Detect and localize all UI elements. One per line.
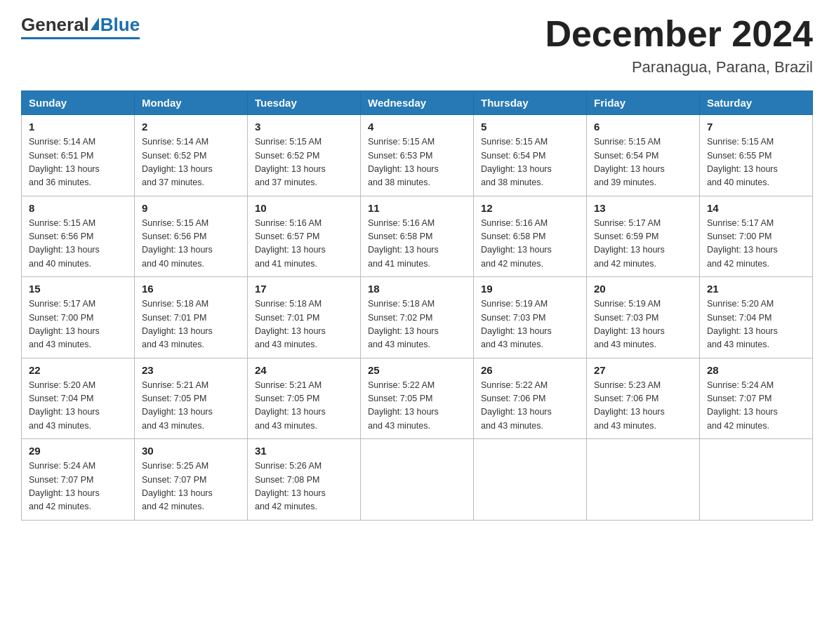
day-cell <box>587 439 700 521</box>
day-cell: 20Sunrise: 5:19 AMSunset: 7:03 PMDayligh… <box>587 277 700 358</box>
day-info: Sunrise: 5:15 AMSunset: 6:54 PMDaylight:… <box>481 135 579 190</box>
day-number: 24 <box>255 364 353 376</box>
day-number: 20 <box>594 283 692 295</box>
day-info: Sunrise: 5:15 AMSunset: 6:53 PMDaylight:… <box>368 135 466 190</box>
day-cell: 15Sunrise: 5:17 AMSunset: 7:00 PMDayligh… <box>22 277 135 358</box>
day-cell: 3Sunrise: 5:15 AMSunset: 6:52 PMDaylight… <box>248 115 361 196</box>
logo-text: General Blue <box>21 14 140 36</box>
day-cell: 8Sunrise: 5:15 AMSunset: 6:56 PMDaylight… <box>22 196 135 277</box>
day-info: Sunrise: 5:17 AMSunset: 7:00 PMDaylight:… <box>707 217 805 271</box>
day-cell: 30Sunrise: 5:25 AMSunset: 7:07 PMDayligh… <box>135 439 248 521</box>
day-cell: 5Sunrise: 5:15 AMSunset: 6:54 PMDaylight… <box>474 115 587 196</box>
day-number: 2 <box>142 121 240 133</box>
day-number: 5 <box>481 121 579 133</box>
day-number: 18 <box>368 283 466 295</box>
day-info: Sunrise: 5:22 AMSunset: 7:05 PMDaylight:… <box>368 379 466 434</box>
day-cell: 2Sunrise: 5:14 AMSunset: 6:52 PMDaylight… <box>135 115 248 196</box>
day-cell: 25Sunrise: 5:22 AMSunset: 7:05 PMDayligh… <box>361 358 474 439</box>
logo-blue: Blue <box>100 14 140 36</box>
day-cell: 7Sunrise: 5:15 AMSunset: 6:55 PMDaylight… <box>700 115 813 196</box>
header-tuesday: Tuesday <box>248 91 361 115</box>
day-number: 15 <box>29 283 127 295</box>
day-info: Sunrise: 5:17 AMSunset: 6:59 PMDaylight:… <box>594 217 692 271</box>
header-wednesday: Wednesday <box>361 91 474 115</box>
day-cell: 31Sunrise: 5:26 AMSunset: 7:08 PMDayligh… <box>248 439 361 521</box>
week-row-1: 1Sunrise: 5:14 AMSunset: 6:51 PMDaylight… <box>22 115 813 196</box>
day-cell <box>474 439 587 521</box>
header-saturday: Saturday <box>700 91 813 115</box>
day-cell: 4Sunrise: 5:15 AMSunset: 6:53 PMDaylight… <box>361 115 474 196</box>
day-cell: 10Sunrise: 5:16 AMSunset: 6:57 PMDayligh… <box>248 196 361 277</box>
day-cell: 29Sunrise: 5:24 AMSunset: 7:07 PMDayligh… <box>22 439 135 521</box>
day-cell: 13Sunrise: 5:17 AMSunset: 6:59 PMDayligh… <box>587 196 700 277</box>
day-number: 17 <box>255 283 353 295</box>
day-cell: 21Sunrise: 5:20 AMSunset: 7:04 PMDayligh… <box>700 277 813 358</box>
day-number: 12 <box>481 202 579 214</box>
day-info: Sunrise: 5:18 AMSunset: 7:01 PMDaylight:… <box>255 297 353 352</box>
day-number: 4 <box>368 121 466 133</box>
day-number: 21 <box>707 283 805 295</box>
day-info: Sunrise: 5:20 AMSunset: 7:04 PMDaylight:… <box>29 379 127 434</box>
day-number: 28 <box>707 364 805 376</box>
day-cell: 23Sunrise: 5:21 AMSunset: 7:05 PMDayligh… <box>135 358 248 439</box>
calendar-header-row: SundayMondayTuesdayWednesdayThursdayFrid… <box>22 91 813 115</box>
day-cell <box>361 439 474 521</box>
day-info: Sunrise: 5:16 AMSunset: 6:58 PMDaylight:… <box>368 217 466 271</box>
day-info: Sunrise: 5:15 AMSunset: 6:52 PMDaylight:… <box>255 135 353 190</box>
page-header: General Blue December 2024 Paranagua, Pa… <box>21 14 813 76</box>
day-info: Sunrise: 5:14 AMSunset: 6:52 PMDaylight:… <box>142 135 240 190</box>
day-number: 11 <box>368 202 466 214</box>
day-number: 10 <box>255 202 353 214</box>
day-info: Sunrise: 5:18 AMSunset: 7:01 PMDaylight:… <box>142 297 240 352</box>
day-cell: 17Sunrise: 5:18 AMSunset: 7:01 PMDayligh… <box>248 277 361 358</box>
day-number: 13 <box>594 202 692 214</box>
day-info: Sunrise: 5:24 AMSunset: 7:07 PMDaylight:… <box>707 379 805 434</box>
day-number: 26 <box>481 364 579 376</box>
day-cell: 27Sunrise: 5:23 AMSunset: 7:06 PMDayligh… <box>587 358 700 439</box>
logo: General Blue <box>21 14 140 39</box>
day-info: Sunrise: 5:16 AMSunset: 6:57 PMDaylight:… <box>255 217 353 271</box>
day-number: 6 <box>594 121 692 133</box>
day-cell: 12Sunrise: 5:16 AMSunset: 6:58 PMDayligh… <box>474 196 587 277</box>
day-cell: 1Sunrise: 5:14 AMSunset: 6:51 PMDaylight… <box>22 115 135 196</box>
day-info: Sunrise: 5:15 AMSunset: 6:54 PMDaylight:… <box>594 135 692 190</box>
header-monday: Monday <box>135 91 248 115</box>
day-info: Sunrise: 5:23 AMSunset: 7:06 PMDaylight:… <box>594 379 692 434</box>
day-info: Sunrise: 5:26 AMSunset: 7:08 PMDaylight:… <box>255 459 353 514</box>
day-number: 9 <box>142 202 240 214</box>
day-cell: 28Sunrise: 5:24 AMSunset: 7:07 PMDayligh… <box>700 358 813 439</box>
day-info: Sunrise: 5:15 AMSunset: 6:56 PMDaylight:… <box>142 217 240 271</box>
day-info: Sunrise: 5:19 AMSunset: 7:03 PMDaylight:… <box>594 297 692 352</box>
day-cell: 19Sunrise: 5:19 AMSunset: 7:03 PMDayligh… <box>474 277 587 358</box>
day-info: Sunrise: 5:17 AMSunset: 7:00 PMDaylight:… <box>29 297 127 352</box>
day-number: 8 <box>29 202 127 214</box>
day-number: 29 <box>29 445 127 457</box>
day-number: 25 <box>368 364 466 376</box>
logo-general: General <box>21 14 89 36</box>
week-row-2: 8Sunrise: 5:15 AMSunset: 6:56 PMDaylight… <box>22 196 813 277</box>
day-number: 22 <box>29 364 127 376</box>
calendar-table: SundayMondayTuesdayWednesdayThursdayFrid… <box>21 90 813 521</box>
day-info: Sunrise: 5:19 AMSunset: 7:03 PMDaylight:… <box>481 297 579 352</box>
header-friday: Friday <box>587 91 700 115</box>
day-info: Sunrise: 5:22 AMSunset: 7:06 PMDaylight:… <box>481 379 579 434</box>
day-number: 30 <box>142 445 240 457</box>
day-cell: 14Sunrise: 5:17 AMSunset: 7:00 PMDayligh… <box>700 196 813 277</box>
day-cell: 24Sunrise: 5:21 AMSunset: 7:05 PMDayligh… <box>248 358 361 439</box>
day-info: Sunrise: 5:15 AMSunset: 6:56 PMDaylight:… <box>29 217 127 271</box>
day-cell <box>700 439 813 521</box>
day-info: Sunrise: 5:18 AMSunset: 7:02 PMDaylight:… <box>368 297 466 352</box>
day-cell: 11Sunrise: 5:16 AMSunset: 6:58 PMDayligh… <box>361 196 474 277</box>
week-row-4: 22Sunrise: 5:20 AMSunset: 7:04 PMDayligh… <box>22 358 813 439</box>
day-info: Sunrise: 5:21 AMSunset: 7:05 PMDaylight:… <box>142 379 240 434</box>
day-number: 23 <box>142 364 240 376</box>
day-number: 7 <box>707 121 805 133</box>
day-cell: 22Sunrise: 5:20 AMSunset: 7:04 PMDayligh… <box>22 358 135 439</box>
day-info: Sunrise: 5:15 AMSunset: 6:55 PMDaylight:… <box>707 135 805 190</box>
day-info: Sunrise: 5:20 AMSunset: 7:04 PMDaylight:… <box>707 297 805 352</box>
day-cell: 16Sunrise: 5:18 AMSunset: 7:01 PMDayligh… <box>135 277 248 358</box>
calendar-title: December 2024 <box>545 14 813 54</box>
header-sunday: Sunday <box>22 91 135 115</box>
day-cell: 26Sunrise: 5:22 AMSunset: 7:06 PMDayligh… <box>474 358 587 439</box>
day-number: 1 <box>29 121 127 133</box>
